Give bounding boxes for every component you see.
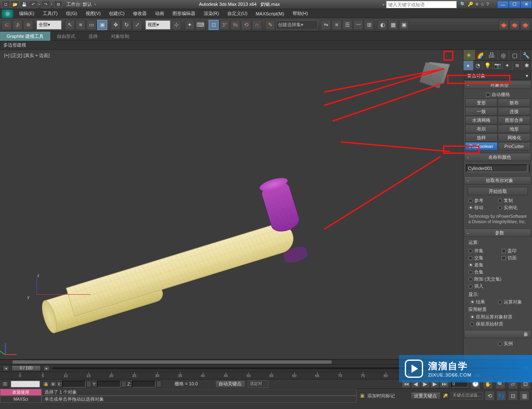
ribbon-tab-objectpaint[interactable]: 对象绘制 [104, 32, 136, 41]
absolute-mode-icon[interactable]: ⊕ [50, 381, 57, 387]
tab-display-icon[interactable]: ▢ [509, 50, 521, 60]
timeslider-next-icon[interactable]: ▸ [43, 365, 50, 371]
object-name-input[interactable] [466, 165, 527, 172]
subcat-geometry-icon[interactable]: ● [463, 61, 473, 70]
radio-copy[interactable] [498, 199, 502, 203]
type-mesher[interactable]: 网格化 [498, 133, 530, 142]
coord-x-spinner[interactable] [86, 381, 91, 387]
radio-merge[interactable] [468, 270, 473, 274]
maximize-button[interactable]: ☐ [509, 1, 520, 8]
start-picking-button[interactable]: 开始拾取 [468, 187, 528, 195]
rollout-pick-boolean[interactable]: -拾取布尔对象 [464, 176, 531, 185]
subcat-systems-icon[interactable]: ✱ [522, 61, 532, 70]
menu-edit[interactable]: 编辑(E) [15, 9, 39, 18]
type-blobmesh[interactable]: 水滴网格 [465, 116, 498, 124]
menu-grapheditors[interactable]: 图形编辑器 [168, 9, 200, 18]
menu-customize[interactable]: 自定义(U) [223, 9, 251, 18]
menu-animation[interactable]: 动画 [151, 9, 168, 18]
object-color-swatch[interactable] [529, 165, 530, 172]
align-icon[interactable]: ≡ [332, 20, 342, 30]
unlink-icon[interactable]: ⊅ [12, 20, 22, 30]
teapot2-icon[interactable]: 🫖 [510, 20, 520, 30]
rendered-frame-icon[interactable]: ▣ [399, 20, 409, 30]
qat-open-icon[interactable]: 📂 [11, 1, 19, 8]
viewport[interactable]: [+] [正交] [真实 + 边面] x y z [0, 50, 463, 359]
menu-modifiers[interactable]: 修改器 [129, 9, 151, 18]
keyboard-shortcut-icon[interactable]: ⌨ [195, 20, 205, 30]
ribbon-tab-selection[interactable]: 选择 [82, 32, 104, 41]
edged-icon[interactable]: ∩ [252, 20, 262, 30]
snap-toggle-icon[interactable]: ⊡ [209, 20, 219, 30]
angle-snap-icon[interactable]: 3° [219, 20, 229, 30]
qat-new-icon[interactable]: 🗋 [2, 1, 10, 8]
select-icon[interactable]: ↖ [65, 20, 75, 30]
menu-views[interactable]: 视图(V) [81, 9, 105, 18]
pivot-icon[interactable]: ⊹ [171, 20, 181, 30]
nav-maximize-icon[interactable]: ⊡ [508, 391, 518, 401]
select-manipulate-icon[interactable]: ✦ [185, 20, 195, 30]
qat-save-icon[interactable]: 💾 [20, 1, 28, 8]
check-imprint[interactable] [502, 249, 506, 253]
select-name-icon[interactable]: ≡ [76, 20, 86, 30]
exchange-icon[interactable]: ✕ [475, 2, 479, 7]
selection-filter-dropdown[interactable]: 全部 ▾ [37, 20, 62, 30]
ribbon-tab-freeform[interactable]: 自由形式 [50, 32, 82, 41]
subcat-helpers-icon[interactable]: ✦ [502, 61, 512, 70]
keymode-icon[interactable]: 🔑 [442, 393, 449, 399]
type-connect[interactable]: 连接 [498, 107, 530, 116]
timetag-lock-icon[interactable]: 🔒 [359, 393, 366, 399]
bind-spacewarp-icon[interactable]: ≋ [23, 20, 33, 30]
type-morph[interactable]: 变形 [465, 99, 498, 107]
scene-object-cylinder[interactable] [31, 161, 385, 362]
type-proboolean[interactable]: ProBoolean [465, 142, 498, 150]
autokey-button[interactable]: 自动关键点 [215, 380, 245, 388]
statusbar-icon-toggle[interactable]: ☰ [2, 381, 8, 387]
ref-coord-dropdown[interactable]: 视图 ▾ [145, 20, 170, 30]
coord-y-spinner[interactable] [121, 381, 126, 387]
menu-group[interactable]: 组(G) [62, 9, 81, 18]
tab-motion-icon[interactable]: ◎ [498, 50, 510, 60]
render-setup-icon[interactable]: ▦ [388, 20, 398, 30]
qat-undo-icon[interactable]: ↶ [29, 1, 37, 8]
rollout-object-type[interactable]: -对象类型 [464, 81, 531, 89]
editnamed-icon[interactable]: ✎ [265, 20, 275, 30]
type-boolean[interactable]: 布尔 [465, 125, 498, 133]
menu-help[interactable]: 帮助(H) [288, 9, 312, 18]
radio-move[interactable] [468, 206, 473, 210]
type-terrain[interactable]: 地形 [498, 125, 530, 133]
rollout-subobj[interactable]: 象 [464, 330, 531, 338]
key-mode-dropdown[interactable]: 选定对 [248, 380, 268, 388]
tab-create-icon[interactable]: ✳ [463, 50, 475, 60]
radio-inst2[interactable] [498, 342, 502, 346]
type-procutter[interactable]: ProCutter [498, 142, 530, 150]
radio-result[interactable] [470, 300, 474, 304]
subscription-icon[interactable]: 🔑 [468, 2, 473, 7]
close-button[interactable]: ✕ [520, 1, 532, 8]
radio-instance[interactable] [498, 206, 502, 210]
script-listener-mini[interactable] [11, 381, 40, 387]
help-search-input[interactable] [386, 1, 457, 8]
subcat-lights-icon[interactable]: 💡 [483, 61, 493, 70]
time-slider-handle[interactable]: 0 / 100 [12, 365, 41, 371]
search-go-icon[interactable]: 🔍 [460, 2, 466, 7]
mirror-icon[interactable]: ⇋ [321, 20, 331, 30]
check-cookie[interactable] [502, 256, 506, 260]
select-region-icon[interactable]: ▭ [86, 20, 96, 30]
subcat-spacewarps-icon[interactable]: ≋ [512, 61, 522, 70]
key-filters-dropdown[interactable]: 关键点过滤器... [451, 392, 483, 399]
rotate-icon[interactable]: ↻ [121, 20, 131, 30]
nav-orbit-icon[interactable]: ⟲ [485, 391, 495, 401]
ribbon-subpanel[interactable]: 多边形建模 [0, 41, 532, 50]
qat-redo-icon[interactable]: ↷ [42, 1, 50, 8]
tab-utilities-icon[interactable]: 🔧 [521, 50, 532, 60]
teapot3-icon[interactable]: 🫖 [520, 20, 530, 30]
menu-tools[interactable]: 工具(T) [39, 9, 62, 18]
radio-reference[interactable] [468, 199, 473, 203]
radio-subtract[interactable] [468, 263, 473, 267]
favorite-icon[interactable]: ☆ [480, 2, 485, 7]
radio-intersect[interactable] [468, 256, 473, 260]
welcome-cell[interactable]: 欢迎使用 [0, 389, 42, 396]
radio-insert[interactable] [468, 284, 473, 288]
menu-rendering[interactable]: 渲染(R) [200, 9, 223, 18]
nav-walk-icon[interactable]: 👣 [496, 391, 506, 401]
